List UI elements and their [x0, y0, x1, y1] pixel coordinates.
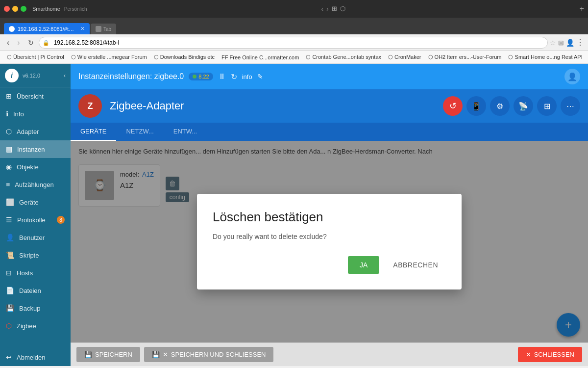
sidebar-label: Instanzen [17, 146, 45, 153]
sidebar-label: Geräte [19, 199, 39, 206]
sidebar-label: Objekte [17, 163, 39, 171]
logout-icon: ↩ [6, 353, 12, 361]
tab-netzw[interactable]: NETZW... [116, 123, 163, 141]
user-profile-icon[interactable]: 👤 [564, 69, 580, 84]
sidebar-item-abmelden[interactable]: ↩ Abmelden [0, 348, 71, 366]
tab-close-icon[interactable]: ✕ [80, 26, 85, 32]
sidebar-item-info[interactable]: ℹ Info [0, 105, 71, 123]
address-input[interactable] [39, 37, 548, 49]
nav-back-icon[interactable]: ‹ [321, 5, 323, 13]
sidebar-item-hosts[interactable]: ⊟ Hosts [0, 264, 71, 282]
action-btn-device[interactable]: 📱 [466, 96, 486, 116]
confirm-cancel-button[interactable]: ABBRECHEN [385, 256, 446, 274]
cancel-x-icon: ✕ [163, 351, 168, 358]
dialog-body: Do you really want to delete exclude? [213, 233, 446, 240]
sidebar-item-benutzer[interactable]: 👤 Benutzer [0, 229, 71, 246]
user-icon: 👤 [6, 234, 14, 241]
instanzen-icon: ▤ [6, 145, 12, 153]
enum-icon: ≡ [6, 181, 10, 188]
save-close-label: SPEICHERN UND SCHLIESSEN [171, 351, 266, 358]
tabs-bar: GERÄTE NETZW... ENTW... [71, 123, 588, 141]
extensions-btn[interactable]: ⊞ [558, 39, 564, 47]
confirm-dialog: Löschen bestätigen Do you really want to… [197, 194, 462, 289]
close-x-icon: ✕ [526, 351, 531, 358]
action-btn-grid[interactable]: ⊞ [537, 96, 557, 116]
sidebar-item-adapter[interactable]: ⬡ Adapter [0, 123, 71, 140]
dateien-icon: 📄 [6, 287, 14, 294]
sidebar-item-zigbee[interactable]: ⬡ Zigbee [0, 317, 71, 335]
bookmark-overview[interactable]: ⬡ Übersicht | Pi Control [4, 53, 67, 61]
bookmark-star-icon[interactable]: ☆ [550, 39, 556, 47]
objekte-icon: ◉ [6, 163, 12, 171]
close-button[interactable]: ✕ SCHLIESSEN [518, 347, 582, 362]
grid-icon: ⊞ [6, 92, 12, 100]
save-close-button[interactable]: 💾 ✕ SPEICHERN UND SCHLIESSEN [144, 347, 274, 362]
save-button[interactable]: 💾 SPEICHERN [76, 347, 140, 362]
sidebar-item-instanzen[interactable]: ▤ Instanzen [0, 140, 71, 158]
sidebar-item-dateien[interactable]: 📄 Dateien [0, 282, 71, 299]
action-btn-settings[interactable]: ⚙ [490, 96, 510, 116]
refresh-icon[interactable]: ↻ [231, 72, 237, 81]
sidebar-label: Protokolle [17, 216, 46, 224]
sidebar-item-protokolle[interactable]: ☰ Protokolle 8 [0, 211, 71, 229]
content-area: Sie können hier einige Geräte hinzufügen… [71, 141, 588, 342]
bookmark-forum1[interactable]: ⬡ Wie erstelle ...megear Forum [68, 53, 150, 61]
skripte-icon: 📜 [6, 251, 14, 259]
sidebar-item-objekte[interactable]: ◉ Objekte [0, 158, 71, 176]
bookmark-crontab[interactable]: ⬡ Crontab Gene...ontab syntax [303, 53, 384, 61]
bookmark-formatter[interactable]: FF Free Online C...ormatter.com [219, 53, 302, 61]
version-label: v6.12.0 [23, 73, 40, 79]
sidebar-label: Skripte [19, 252, 39, 259]
action-btn-more[interactable]: ⋯ [561, 96, 580, 116]
main-content: Instanzeinstellungen: zigbee.0 8.22 ⏸ ↻ … [71, 64, 588, 366]
collapse-icon[interactable]: ‹ [64, 72, 66, 79]
sidebar-label: Adapter [17, 128, 39, 135]
save-label: SPEICHERN [95, 351, 132, 358]
logo-letter: i [11, 72, 13, 79]
bookmark-smarthome[interactable]: ⬡ Smart Home o...ng Rest API [505, 53, 585, 61]
sidebar-item-geraete[interactable]: ⬜ Geräte [0, 193, 71, 211]
info-link[interactable]: info [242, 73, 252, 80]
edit-icon[interactable]: ✎ [257, 73, 263, 80]
sidebar-item-skripte[interactable]: 📜 Skripte [0, 246, 71, 264]
bookmark-oh2[interactable]: ⬡ OH2 Item ers...-User-Forum [425, 53, 505, 61]
tab-entw[interactable]: ENTW... [164, 123, 207, 141]
new-tab-icon[interactable]: + [580, 4, 584, 13]
nav-refresh-btn[interactable]: ↻ [25, 38, 37, 48]
adapter-name: Zigbee-Adapter [110, 100, 184, 112]
browser-tab[interactable]: Tab [91, 24, 116, 34]
tab-geraete[interactable]: GERÄTE [71, 123, 116, 141]
sidebar-item-overview[interactable]: ⊞ Übersicht [0, 87, 71, 105]
bookmark-downloads[interactable]: ⬡ Downloads Bindigs etc [151, 53, 218, 61]
browser-titlebar: Smarthome Persönlich ‹ › ⊞ ⬡ + [0, 0, 588, 18]
action-btn-network[interactable]: 📡 [514, 96, 533, 116]
hosts-icon: ⊟ [6, 269, 12, 277]
browser-nav-bar: ‹ › ↻ 🔒 ☆ ⊞ 👤 ⋮ [0, 34, 588, 51]
nav-back-btn[interactable]: ‹ [4, 37, 12, 48]
profile-icon[interactable]: 👤 [566, 39, 574, 47]
instance-title: Instanzeinstellungen: zigbee.0 [78, 72, 184, 81]
pause-icon[interactable]: ⏸ [218, 72, 226, 81]
nav-forward-btn[interactable]: › [14, 37, 23, 48]
extensions-icon[interactable]: ⬡ [340, 5, 345, 13]
window-controls [4, 6, 26, 12]
version-badge: 8.22 [189, 73, 213, 80]
action-btn-restart[interactable]: ↺ [443, 96, 463, 116]
save-close-icon: 💾 [152, 351, 160, 358]
grid-icon[interactable]: ⊞ [332, 5, 337, 13]
bookmark-cronmaker[interactable]: ⬡ CronMaker [385, 53, 424, 61]
sidebar-label: Zigbee [17, 322, 36, 330]
nav-forward-icon[interactable]: › [326, 5, 329, 13]
sidebar-item-aufzaehlungen[interactable]: ≡ Aufzählungen [0, 176, 71, 193]
sidebar-logo: i v6.12.0 ‹ [0, 64, 71, 87]
sidebar-label: Hosts [17, 269, 33, 277]
adapter-area: Z Zigbee-Adapter ↺ 📱 ⚙ 📡 ⊞ ⋯ [71, 89, 588, 123]
menu-icon[interactable]: ⋮ [576, 38, 584, 47]
tab2-label: Tab [103, 26, 111, 32]
confirm-yes-button[interactable]: JA [348, 256, 379, 274]
lock-icon: 🔒 [43, 39, 49, 46]
sidebar-item-backup[interactable]: 💾 Backup [0, 299, 71, 317]
browser-tab-active[interactable]: 192.168.2.52:8081/#tab-i ✕ [4, 23, 90, 34]
sidebar-label: Aufzählungen [15, 181, 54, 188]
info-icon: ℹ [6, 110, 8, 118]
